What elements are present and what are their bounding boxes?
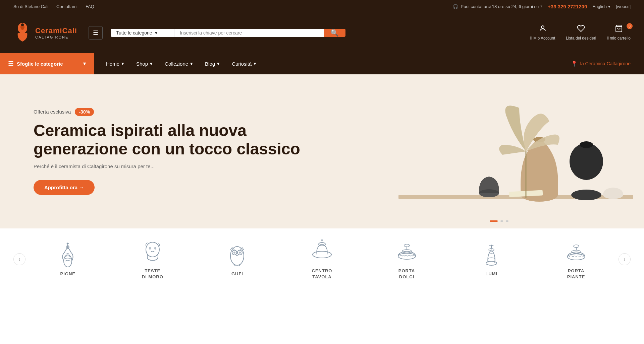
cart-badge: 0	[627, 23, 633, 29]
top-bar: Su di Stefano Cali Contattami FAQ 🎧 Puoi…	[0, 0, 644, 13]
search-area: Tutte le categorie ▾ 🔍	[111, 29, 345, 37]
hamburger-icon: ☰	[93, 29, 98, 37]
woocs-label: [woocs]	[616, 4, 631, 9]
logo-brand: CeramiCali	[35, 26, 77, 35]
nav-home[interactable]: Home ▾	[101, 53, 129, 74]
centro-tavola-icon	[309, 238, 335, 265]
nav-shop[interactable]: Shop ▾	[131, 53, 158, 74]
logo-icon	[13, 22, 32, 44]
location-pin-icon: 📍	[571, 61, 578, 67]
browse-categories-button[interactable]: ☰ Sfoglie le categorie ▾	[0, 53, 94, 74]
offer-label: Offerta esclusiva	[34, 109, 71, 115]
categories-strip: ‹ PIGNE	[0, 228, 644, 290]
contact-info: 🎧 Puoi contattarci 18 ore su 24, 6 giorn…	[453, 4, 543, 9]
location-label: la Ceramica Caltagirone	[580, 61, 631, 66]
nav-blog[interactable]: Blog ▾	[200, 53, 225, 74]
chevron-down-icon: ▾	[121, 61, 124, 67]
header: CeramiCali Caltagirone ☰ Tutte le catego…	[0, 13, 644, 53]
strip-prev-button[interactable]: ‹	[13, 253, 25, 265]
location-link[interactable]: 📍 la Ceramica Caltagirone	[571, 53, 631, 74]
category-pigne[interactable]: PIGNE	[48, 238, 88, 280]
hero-dots	[490, 220, 508, 222]
logo-text: CeramiCali Caltagirone	[35, 26, 77, 39]
nav-links: Home ▾ Shop ▾ Collezione ▾ Blog ▾ Curios…	[94, 53, 571, 74]
svg-point-18	[64, 255, 72, 267]
chevron-down-icon: ▾	[150, 61, 153, 67]
teste-icon	[139, 238, 166, 265]
strip-items: PIGNE TESTE di moro	[25, 235, 619, 283]
heart-icon	[577, 24, 585, 35]
search-input[interactable]	[174, 29, 324, 37]
hero-cta-button[interactable]: Approfitta ora →	[34, 180, 95, 195]
gufi-label: GUFI	[231, 271, 243, 277]
headphone-icon: 🎧	[453, 4, 458, 9]
topbar-link-about[interactable]: Su di Stefano Cali	[13, 4, 48, 9]
wishlist-button[interactable]: Lista dei desideri	[566, 24, 596, 41]
centro-tavola-label: CENTRO TAVOLA	[312, 268, 332, 280]
svg-point-8	[571, 190, 601, 200]
nav-curiosita[interactable]: Curiosità ▾	[226, 53, 262, 74]
categories-btn-label: Sfoglie le categorie	[17, 61, 63, 67]
account-label: Il Mio Account	[530, 36, 555, 41]
svg-point-27	[233, 252, 235, 254]
brand-part2: Cali	[62, 26, 77, 35]
account-icon	[539, 24, 547, 35]
svg-point-2	[21, 23, 24, 26]
category-teste[interactable]: TESTE di moro	[132, 235, 173, 283]
category-centro-tavola[interactable]: CENTRO TAVOLA	[302, 235, 342, 283]
svg-point-34	[321, 239, 323, 241]
category-lumi[interactable]: LUMI	[471, 238, 512, 280]
cart-label: il mio carrello	[607, 36, 631, 41]
dot-inactive-1	[500, 220, 503, 222]
account-button[interactable]: Il Mio Account	[530, 24, 555, 41]
hero-content: Offerta esclusiva -30% Ceramica ispirati…	[0, 74, 354, 228]
language-label: English	[592, 4, 607, 9]
svg-point-28	[239, 252, 241, 254]
top-bar-right: 🎧 Puoi contattarci 18 ore su 24, 6 giorn…	[453, 4, 631, 9]
svg-point-9	[570, 143, 603, 180]
strip-next-button[interactable]: ›	[619, 253, 631, 265]
dot-inactive-2	[506, 220, 508, 222]
chevron-down-icon: ▾	[190, 61, 193, 67]
topbar-link-faq[interactable]: FAQ	[86, 4, 94, 9]
category-dropdown[interactable]: Tutte le categorie ▾	[111, 29, 174, 37]
chevron-down-icon: ▾	[83, 61, 86, 67]
category-porta-piante[interactable]: PORTA PIANTE	[556, 235, 596, 283]
wishlist-label: Lista dei desideri	[566, 36, 596, 41]
hero-offer: Offerta esclusiva -30%	[34, 108, 334, 116]
chevron-down-icon: ▾	[608, 4, 610, 9]
category-gufi[interactable]: GUFI	[217, 238, 257, 280]
contact-text: Puoi contattarci 18 ore su 24, 6 giorni …	[461, 4, 543, 9]
svg-point-10	[580, 141, 593, 148]
pigne-label: PIGNE	[60, 271, 75, 277]
hero-decorative-image	[354, 74, 644, 228]
language-selector[interactable]: English ▾	[592, 4, 610, 9]
brand-part1: Cerami	[35, 26, 62, 35]
svg-point-23	[154, 247, 156, 250]
svg-point-3	[541, 26, 544, 28]
pigne-icon	[54, 242, 81, 268]
porta-piante-label: PORTA PIANTE	[567, 268, 585, 280]
search-icon: 🔍	[330, 29, 339, 37]
search-button[interactable]: 🔍	[324, 29, 345, 37]
header-actions: Il Mio Account Lista dei desideri 0 il m…	[530, 24, 631, 41]
logo-area[interactable]: CeramiCali Caltagirone	[13, 22, 80, 44]
gufi-icon	[224, 242, 251, 268]
phone-number[interactable]: +39 329 2721209	[548, 4, 587, 9]
porta-piante-icon	[563, 238, 590, 265]
logo-sub: Caltagirone	[35, 35, 77, 39]
porta-dolci-icon	[393, 238, 420, 265]
category-label: Tutte le categorie	[116, 30, 152, 36]
cart-button[interactable]: 0 il mio carrello	[607, 24, 631, 41]
svg-point-22	[149, 247, 151, 250]
topbar-link-contact[interactable]: Contattami	[56, 4, 77, 9]
porta-dolci-label: PORTA DOLCI	[398, 268, 415, 280]
teste-label: TESTE di moro	[142, 268, 163, 280]
menu-toggle-button[interactable]: ☰	[89, 26, 103, 40]
nav-collezione[interactable]: Collezione ▾	[159, 53, 198, 74]
discount-badge: -30%	[75, 108, 94, 116]
hero-section: Offerta esclusiva -30% Ceramica ispirati…	[0, 74, 644, 228]
svg-point-21	[146, 242, 159, 257]
category-porta-dolci[interactable]: PORTA DOLCI	[387, 235, 427, 283]
svg-point-31	[313, 251, 331, 258]
